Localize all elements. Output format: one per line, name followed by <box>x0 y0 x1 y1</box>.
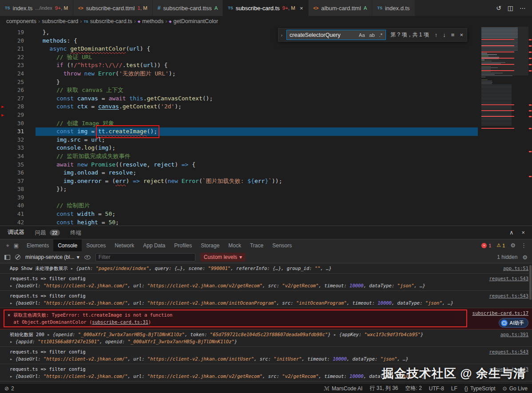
line-number[interactable]: 19 <box>9 28 24 37</box>
maximize-panel-icon[interactable]: ∧ <box>509 229 514 236</box>
devtools-tab-trace[interactable]: Trace <box>246 239 268 251</box>
breadcrumb-item-components[interactable]: components <box>6 18 36 24</box>
line-number[interactable]: 22 <box>9 53 24 62</box>
console-source-link[interactable]: app.ts:391 <box>500 331 528 338</box>
line-number[interactable]: 38 <box>9 185 24 194</box>
console-message: request.ts => filter config▸ {baseUrl: "… <box>10 292 484 306</box>
editor-tab-album-card.ttml[interactable]: <>album-card.ttmlA <box>309 0 373 16</box>
error-marker <box>481 39 514 40</box>
encoding[interactable]: UTF-8 <box>429 385 444 392</box>
line-number[interactable]: 21 <box>9 45 24 53</box>
line-number[interactable]: 26 <box>9 86 24 95</box>
split-editor-icon[interactable]: ◫ <box>508 4 513 12</box>
minimap[interactable] <box>481 27 528 226</box>
devtools-tab-app-data[interactable]: App Data <box>139 239 170 251</box>
console-output[interactable]: App Show 未处理参数展示 ▸ {path: "pages/index/i… <box>0 263 532 383</box>
line-number[interactable]: 39 <box>9 194 24 202</box>
devtools-tab-sensors[interactable]: Sensors <box>268 239 296 251</box>
line-number[interactable]: 41 <box>9 210 24 218</box>
devtools-warning-badge[interactable]: ⚠1 <box>496 242 505 248</box>
breadcrumb-item-subscribe-card.ts[interactable]: TSsubscribe-card.ts <box>83 18 132 24</box>
devtools-tab-mock[interactable]: Mock <box>224 239 246 251</box>
more-actions-icon[interactable]: ⋯ <box>520 4 526 12</box>
console-source-link[interactable]: request.ts:543 <box>489 348 528 355</box>
line-number[interactable]: 42 <box>9 218 24 226</box>
ai-assistant-button[interactable]: AI助手 <box>499 318 528 328</box>
overview-ruler[interactable] <box>528 27 532 226</box>
panel-tab-调试器[interactable]: 调试器 <box>7 226 25 239</box>
console-source-link[interactable]: app.ts:51 <box>503 265 528 272</box>
line-number[interactable]: 28 <box>9 103 24 111</box>
next-match-button[interactable]: ↓ <box>441 32 447 38</box>
line-number[interactable]: 29 <box>9 111 24 119</box>
breadcrumb-item-subscribe-card[interactable]: subscribe-card <box>42 18 78 24</box>
history-icon[interactable]: ↺ <box>496 4 501 12</box>
log-levels-dropdown[interactable]: Custom levels▾ <box>200 253 246 262</box>
code-editor[interactable]: 19 },20 methods: {21 async getDominantCo… <box>0 27 532 226</box>
console-settings-icon[interactable]: ⚙ <box>522 254 528 261</box>
panel-tab-终端[interactable]: 终端 <box>70 226 82 239</box>
marscode-ai[interactable]: ℳMarsCode AI <box>324 385 362 392</box>
breadcrumb-item-getDominantColor[interactable]: ◆getDominantColor <box>169 18 218 24</box>
devtools-more-icon[interactable]: ⋮ <box>521 242 527 249</box>
previous-match-button[interactable]: ↑ <box>433 32 439 38</box>
device-toolbar-icon[interactable]: ▣ <box>14 242 19 249</box>
line-number[interactable]: 30 <box>9 119 24 128</box>
match-case-toggle[interactable]: Aa <box>357 32 366 38</box>
devtools-tab-sources[interactable]: Sources <box>82 239 110 251</box>
line-number[interactable]: 37 <box>9 177 24 186</box>
editor-tab-subscribe-card.ttml[interactable]: <>subscribe-card.ttml1, M <box>73 0 153 16</box>
tab-close-icon[interactable]: × <box>300 5 303 12</box>
devtools-tab-elements[interactable]: Elements <box>22 239 53 251</box>
console-scrollbar[interactable] <box>529 265 532 300</box>
console-sidebar-icon[interactable] <box>4 255 10 260</box>
line-number[interactable]: 34 <box>9 152 24 161</box>
language-mode[interactable]: {}TypeScript <box>465 385 496 392</box>
whole-word-toggle[interactable]: ab <box>368 32 376 38</box>
toggle-replace-icon[interactable]: › <box>279 32 284 38</box>
close-panel-icon[interactable]: × <box>521 229 525 236</box>
devtools-error-badge[interactable]: ×1 <box>481 243 491 248</box>
console-prompt[interactable]: > <box>0 381 532 383</box>
problems-indicator[interactable]: ⊘2 <box>4 385 14 392</box>
line-number[interactable]: 40 <box>9 202 24 210</box>
editor-tab-subscribe-card.ttss[interactable]: #subscribe-card.ttssA <box>153 0 223 16</box>
editor-tab-index.d.ts[interactable]: TSindex.d.ts <box>372 0 415 16</box>
clear-console-icon[interactable] <box>15 254 20 260</box>
editor-tab-index.ts[interactable]: TSindex.ts.../index9+, M <box>0 0 73 16</box>
line-number[interactable]: 31 <box>9 127 24 136</box>
find-input[interactable] <box>290 32 355 38</box>
console-source-link[interactable]: subscribe-card.ts:17 <box>472 310 528 317</box>
regex-toggle[interactable]: .* <box>378 32 384 38</box>
line-number[interactable]: 23 <box>9 61 24 70</box>
line-number[interactable]: 25 <box>9 78 24 87</box>
panel-tab-问题[interactable]: 问题22 <box>35 226 60 239</box>
console-source-link[interactable]: request.ts:543 <box>489 275 528 282</box>
close-search-button[interactable]: × <box>458 32 465 38</box>
devtools-tab-network[interactable]: Network <box>110 239 139 251</box>
line-number[interactable]: 32 <box>9 136 24 144</box>
line-number[interactable]: 20 <box>9 37 24 45</box>
breadcrumb-item-methods[interactable]: ◆methods <box>138 18 163 24</box>
live-expression-icon[interactable] <box>84 255 91 259</box>
line-number[interactable]: 33 <box>9 144 24 152</box>
devtools-tab-profiles[interactable]: Profiles <box>170 239 196 251</box>
line-number[interactable]: 36 <box>9 169 24 177</box>
eol[interactable]: LF <box>451 385 457 392</box>
indentation[interactable]: 空格: 2 <box>405 385 422 392</box>
console-source-link[interactable]: request.ts:543 <box>489 292 528 299</box>
inspect-icon[interactable]: ⌖ <box>6 242 9 249</box>
annotation-box: tt.createImage(); <box>98 127 157 136</box>
devtools-tab-console[interactable]: Console <box>53 239 82 251</box>
line-number[interactable]: 24 <box>9 70 24 78</box>
console-filter-input[interactable] <box>95 253 195 262</box>
find-in-selection-button[interactable]: ≡ <box>450 32 456 38</box>
editor-tab-subscribe-card.ts[interactable]: TSsubscribe-card.ts9+, M× <box>223 0 308 16</box>
line-number[interactable]: 35 <box>9 161 24 169</box>
devtools-settings-icon[interactable]: ⚙ <box>510 242 516 249</box>
cursor-position[interactable]: 行 31, 列 36 <box>369 385 398 392</box>
devtools-tab-storage[interactable]: Storage <box>196 239 224 251</box>
line-number[interactable]: 27 <box>9 95 24 103</box>
go-live[interactable]: ⊙Go Live <box>503 385 528 392</box>
execution-context-dropdown[interactable]: miniapp-service (bl...▾ <box>25 254 79 260</box>
